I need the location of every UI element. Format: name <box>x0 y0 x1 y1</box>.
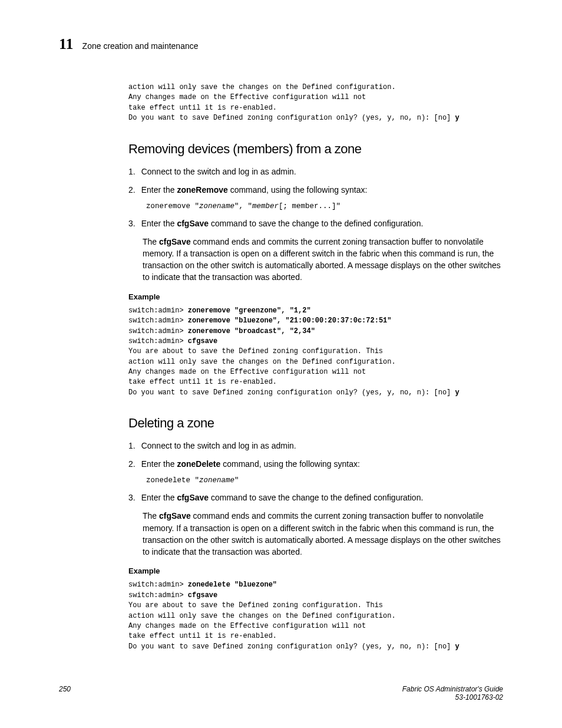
list-item: 2. Enter the zoneDelete command, using t… <box>128 458 503 470</box>
section-heading-deleting: Deleting a zone <box>128 416 503 431</box>
chapter-title: Zone creation and maintenance <box>82 41 199 51</box>
example-label: Example <box>128 566 503 575</box>
list-item: 1. Connect to the switch and log in as a… <box>128 440 503 452</box>
list-item: 3. Enter the cfgSave command to save the… <box>128 492 503 504</box>
section-heading-removing: Removing devices (members) from a zone <box>128 141 503 157</box>
example-code-block: switch:admin> zoneremove "greenzone", "1… <box>128 306 503 398</box>
page-number: 250 <box>59 685 71 701</box>
footer-doc-id: 53-1001763-02 <box>402 693 503 701</box>
syntax-code: zoneremove "zonename", "member[; member.… <box>146 202 503 210</box>
intro-code-block: action will only save the changes on the… <box>128 83 503 124</box>
example-code-block: switch:admin> zonedelete "bluezone" swit… <box>128 580 503 652</box>
syntax-code: zonedelete "zonename" <box>146 476 503 485</box>
list-item: 2. Enter the zoneRemove command, using t… <box>128 184 503 196</box>
list-item: 3. Enter the cfgSave command to save the… <box>128 218 503 230</box>
paragraph: The cfgSave command ends and commits the… <box>143 236 503 284</box>
page-footer: 250 Fabric OS Administrator's Guide 53-1… <box>59 685 503 701</box>
list-item: 1. Connect to the switch and log in as a… <box>128 166 503 178</box>
chapter-number: 11 <box>59 35 74 53</box>
example-label: Example <box>128 292 503 301</box>
footer-guide-title: Fabric OS Administrator's Guide <box>402 685 503 693</box>
paragraph: The cfgSave command ends and commits the… <box>143 510 503 558</box>
page-header: 11 Zone creation and maintenance <box>59 35 503 53</box>
